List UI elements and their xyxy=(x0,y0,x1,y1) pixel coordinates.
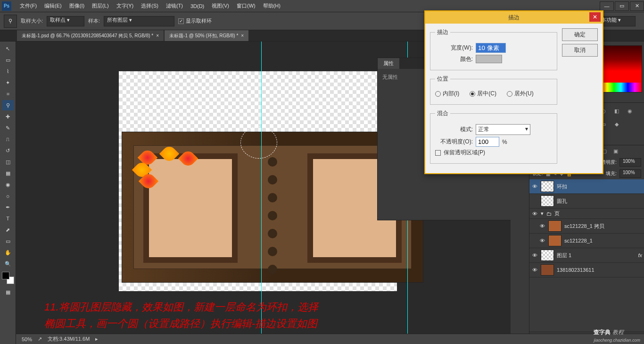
close-button[interactable]: ✕ xyxy=(630,1,644,11)
menu-filter[interactable]: 滤镜(T) xyxy=(162,0,187,11)
stroke-opacity-input[interactable] xyxy=(476,137,499,147)
fx-badge[interactable]: fx xyxy=(638,252,642,258)
layer-row[interactable]: 圆孔 xyxy=(529,194,644,209)
menu-select[interactable]: 选择(S) xyxy=(137,0,162,11)
eraser-tool[interactable]: ◫ xyxy=(2,157,14,167)
layer-name[interactable]: 1381802313611 xyxy=(557,267,594,273)
workspace-switcher[interactable]: 本功能 ▾ xyxy=(598,16,636,26)
folder-toggle-icon[interactable]: ▾ xyxy=(541,210,544,217)
layer-name[interactable]: sc121228_1 拷贝 xyxy=(564,223,604,230)
menu-image[interactable]: 图像(I) xyxy=(66,0,88,11)
menu-view[interactable]: 视图(V) xyxy=(208,0,233,11)
foreground-background-colors[interactable] xyxy=(2,272,14,284)
visibility-toggle[interactable]: 👁 xyxy=(539,238,545,243)
filter-smart-icon[interactable]: ▣ xyxy=(611,147,620,155)
visibility-toggle[interactable]: 👁 xyxy=(531,211,538,217)
crop-tool[interactable]: ⌗ xyxy=(2,89,14,99)
mode-select[interactable]: 正常 ▾ xyxy=(476,124,530,135)
menu-edit[interactable]: 编辑(E) xyxy=(41,0,66,11)
preserve-transparency-checkbox[interactable] xyxy=(435,150,441,156)
spot-heal-tool[interactable]: ✚ xyxy=(2,111,14,122)
layer-name[interactable]: 图层 1 xyxy=(557,252,571,259)
layer-thumbnail[interactable] xyxy=(541,195,554,207)
layer-thumbnail[interactable] xyxy=(541,250,554,261)
tab-close-icon[interactable]: × xyxy=(156,33,159,38)
layer-name[interactable]: 圆孔 xyxy=(557,198,567,205)
shape-tool[interactable]: ▭ xyxy=(2,236,14,246)
radio-center[interactable]: 居中(C) xyxy=(470,90,496,98)
brush-tool[interactable]: ✎ xyxy=(2,123,14,133)
fill-input[interactable]: 100% xyxy=(619,169,641,178)
adj-bw-icon[interactable]: ◧ xyxy=(612,107,621,115)
stroke-color-swatch[interactable] xyxy=(476,55,502,63)
menu-window[interactable]: 窗口(W) xyxy=(233,0,259,11)
layer-row[interactable]: 👁 1381802313611 xyxy=(529,263,644,277)
dialog-titlebar[interactable]: 描边 ✕ xyxy=(425,11,603,24)
color-spectrum[interactable] xyxy=(600,45,642,92)
hand-tool[interactable]: ✋ xyxy=(2,247,14,258)
stroke-width-input[interactable] xyxy=(476,43,506,53)
sample-layers-select[interactable]: 所有图层 ▾ xyxy=(104,16,174,26)
stroke-dialog[interactable]: 描边 ✕ 描边 宽度(W): 颜色: 位置 内部( xyxy=(424,10,603,174)
adj-photo-filter-icon[interactable]: ◉ xyxy=(626,107,634,115)
type-tool[interactable]: T xyxy=(2,213,14,224)
blur-tool[interactable]: ◉ xyxy=(2,179,14,190)
move-tool[interactable]: ↖ xyxy=(2,43,14,54)
eyedropper-tool[interactable]: ⚲ xyxy=(2,100,14,110)
path-select-tool[interactable]: ⬈ xyxy=(2,225,14,235)
visibility-toggle[interactable]: 👁 xyxy=(531,252,538,258)
layer-row[interactable]: 👁 sc121228_1 xyxy=(529,234,644,248)
minimize-button[interactable]: — xyxy=(600,1,614,11)
tab-close-icon[interactable]: × xyxy=(241,33,244,38)
hue-strip[interactable] xyxy=(600,83,642,92)
layer-name[interactable]: 环扣 xyxy=(557,183,567,190)
stamp-tool[interactable]: ⎍ xyxy=(2,134,14,144)
dialog-close-button[interactable]: ✕ xyxy=(589,12,601,22)
marquee-tool[interactable]: ▭ xyxy=(2,55,14,65)
history-brush-tool[interactable]: ↺ xyxy=(2,145,14,156)
radio-outside[interactable]: 居外(U) xyxy=(507,90,534,98)
gradient-tool[interactable]: ▦ xyxy=(2,168,14,178)
dodge-tool[interactable]: ☼ xyxy=(2,191,14,201)
layer-row[interactable]: 👁 图层 1 fx xyxy=(529,248,644,263)
opacity-input[interactable]: 100% xyxy=(619,158,641,167)
magic-wand-tool[interactable]: ✦ xyxy=(2,77,14,88)
show-sampling-ring-checkbox[interactable]: ✓ 显示取样环 xyxy=(178,17,212,25)
quick-mask-toggle[interactable]: ▦ xyxy=(2,287,14,297)
share-icon[interactable]: ↗ xyxy=(38,336,42,342)
document-canvas[interactable] xyxy=(119,71,397,291)
cancel-button[interactable]: 取消 xyxy=(562,44,598,57)
menu-file[interactable]: 文件(F) xyxy=(16,0,41,11)
visibility-toggle[interactable]: 👁 xyxy=(539,223,545,229)
visibility-toggle[interactable]: 👁 xyxy=(531,267,538,273)
radio-inside[interactable]: 内部(I) xyxy=(435,90,459,98)
menu-3d[interactable]: 3D(D) xyxy=(187,1,208,11)
current-tool-preset[interactable]: ⚲ xyxy=(4,15,17,28)
visibility-toggle[interactable] xyxy=(531,198,538,204)
sample-size-select[interactable]: 取样点 ▾ xyxy=(47,16,84,26)
menu-layer[interactable]: 图层(L) xyxy=(88,0,112,11)
zoom-value[interactable]: 50% xyxy=(22,336,32,342)
status-chevron-icon[interactable]: ▸ xyxy=(95,336,98,342)
zoom-tool[interactable]: 🔍 xyxy=(2,259,14,269)
doc-size-label[interactable]: 文档:3.43M/11.6M xyxy=(48,336,90,343)
menu-help[interactable]: 帮助(H) xyxy=(259,0,284,11)
layer-row[interactable]: 👁 环扣 xyxy=(529,179,644,194)
menu-type[interactable]: 文字(Y) xyxy=(113,0,138,11)
document-tab-1[interactable]: 未标题-1 @ 50% (环扣, RGB/8) * × xyxy=(165,30,248,41)
document-tab-0[interactable]: 未标题-1.psd @ 66.7% (20130912085403647 拷贝 … xyxy=(17,30,164,41)
layer-name[interactable]: sc121228_1 xyxy=(564,238,593,243)
layer-list[interactable]: 👁 环扣 圆孔 👁 ▾ 🗀 页 👁 xyxy=(529,179,644,332)
layer-thumbnail[interactable] xyxy=(541,181,554,192)
layer-name[interactable]: 页 xyxy=(554,210,560,217)
layer-thumbnail[interactable] xyxy=(548,235,561,246)
lasso-tool[interactable]: ⌇ xyxy=(2,66,14,76)
layer-thumbnail[interactable] xyxy=(541,264,554,276)
adj-selective-icon[interactable]: ◆ xyxy=(612,120,621,128)
layer-row-folder[interactable]: 👁 ▾ 🗀 页 xyxy=(529,209,644,219)
ok-button[interactable]: 确定 xyxy=(562,28,598,41)
foreground-color[interactable] xyxy=(2,272,9,279)
layer-row[interactable]: 👁 sc121228_1 拷贝 xyxy=(529,219,644,234)
maximize-button[interactable]: ▭ xyxy=(615,1,629,11)
layer-thumbnail[interactable] xyxy=(548,220,561,232)
